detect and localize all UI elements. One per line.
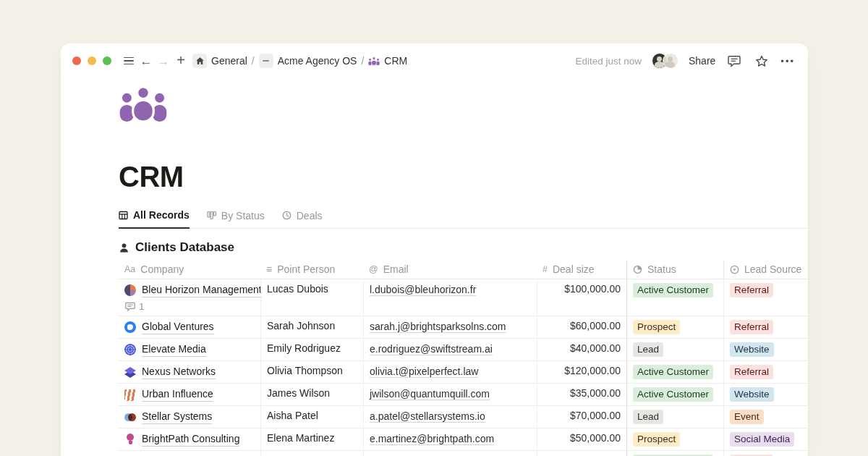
column-header-status[interactable]: Status — [626, 260, 723, 279]
company-link[interactable]: Urban Influence — [142, 387, 213, 402]
company-cell[interactable]: Urban Influence — [119, 384, 260, 405]
status-tag[interactable]: Active Customer — [633, 365, 713, 379]
email-link[interactable]: sarah.j@brightsparksolns.com — [370, 321, 506, 333]
column-header-company[interactable]: Aa Company — [119, 260, 260, 279]
lead-source-tag[interactable]: Website — [730, 342, 774, 357]
breadcrumb-item-crm[interactable]: CRM — [384, 55, 407, 67]
company-link[interactable]: Bleu Horizon Management — [142, 283, 262, 297]
email-link[interactable]: l.dubois@bleuhorizon.fr — [370, 284, 476, 296]
column-header-point-person[interactable]: ≡ Point Person — [260, 260, 363, 279]
company-link[interactable]: Global Ventures — [142, 320, 214, 334]
column-header-lead-source[interactable]: Lead Source — [723, 260, 808, 279]
point-person-cell[interactable]: Jenn Whitmore — [260, 451, 363, 456]
status-cell[interactable]: Lead — [626, 339, 723, 360]
deal-size-cell[interactable]: $45,000.00 — [537, 451, 626, 456]
lead-source-cell[interactable]: Referral — [723, 451, 808, 456]
deal-size-cell[interactable]: $50,000.00 — [537, 428, 626, 450]
company-cell[interactable]: BrightPath Consulting — [119, 428, 260, 450]
email-cell[interactable]: jenn@vertexinnov.io — [363, 451, 537, 456]
email-link[interactable]: jwilson@quantumquill.com — [370, 388, 490, 400]
deal-size-cell[interactable]: $100,000.00 — [537, 279, 626, 316]
email-cell[interactable]: e.rodriguez@swiftstream.ai — [363, 339, 537, 360]
lead-source-tag[interactable]: Referral — [730, 365, 773, 379]
deal-size-cell[interactable]: $35,000.00 — [537, 384, 626, 405]
forward-button[interactable]: → — [155, 52, 172, 69]
page-title[interactable]: CRM — [119, 161, 808, 193]
tab-by-status[interactable]: By Status — [207, 209, 265, 228]
status-tag[interactable]: Prospect — [633, 432, 680, 447]
status-tag[interactable]: Active Customer — [633, 387, 713, 402]
deal-size-cell[interactable]: $40,000.00 — [537, 339, 626, 360]
breadcrumb-item-acme[interactable]: Acme Agency OS — [278, 55, 357, 67]
close-window-button[interactable] — [72, 56, 81, 65]
lead-source-tag[interactable]: Referral — [730, 320, 773, 334]
email-cell[interactable]: l.dubois@bleuhorizon.fr — [363, 279, 537, 316]
sidebar-menu-button[interactable] — [120, 52, 137, 69]
email-cell[interactable]: olivia.t@pixelperfect.law — [363, 361, 537, 383]
lead-source-cell[interactable]: Website — [723, 384, 808, 405]
minimize-window-button[interactable] — [88, 56, 96, 65]
point-person-cell[interactable]: Aisha Patel — [260, 406, 363, 428]
deal-size-cell[interactable]: $70,000.00 — [537, 406, 626, 428]
column-header-email[interactable]: @ Email — [363, 260, 537, 279]
status-cell[interactable]: Prospect — [626, 316, 723, 338]
deal-size-cell[interactable]: $60,000.00 — [537, 316, 626, 338]
lead-source-cell[interactable]: Social Media — [723, 428, 808, 450]
tab-all-records[interactable]: All Records — [119, 209, 190, 229]
company-link[interactable]: Nexus Networks — [142, 365, 216, 379]
point-person-cell[interactable]: Sarah Johnson — [260, 316, 363, 338]
lead-source-tag[interactable]: Social Media — [730, 432, 794, 447]
email-cell[interactable]: a.patel@stellarsystems.io — [363, 406, 537, 428]
database-title[interactable]: Clients Database — [135, 240, 234, 255]
breadcrumb-home[interactable] — [192, 54, 207, 68]
status-tag[interactable]: Active Customer — [633, 283, 713, 297]
status-cell[interactable]: Lead — [626, 406, 723, 428]
company-cell[interactable]: Nexus Networks — [119, 361, 260, 383]
point-person-cell[interactable]: Elena Martinez — [260, 428, 363, 450]
status-cell[interactable]: Active Customer — [626, 279, 723, 316]
company-link[interactable]: Elevate Media — [142, 342, 206, 357]
favorite-button[interactable] — [753, 52, 770, 69]
company-link[interactable]: BrightPath Consulting — [142, 432, 239, 447]
tab-deals[interactable]: Deals — [282, 209, 323, 228]
lead-source-cell[interactable]: Referral — [723, 361, 808, 383]
share-button[interactable]: Share — [689, 55, 715, 67]
comments-button[interactable] — [726, 52, 743, 69]
company-cell[interactable]: Elevate Media — [119, 339, 260, 360]
status-cell[interactable]: Prospect — [626, 428, 723, 450]
viewer-avatars[interactable] — [652, 53, 678, 69]
new-page-button[interactable]: + — [172, 51, 190, 69]
company-cell[interactable]: Stellar Systems — [119, 406, 260, 428]
status-cell[interactable]: Active Customer — [626, 361, 723, 383]
email-cell[interactable]: sarah.j@brightsparksolns.com — [363, 316, 537, 338]
email-link[interactable]: olivia.t@pixelperfect.law — [370, 366, 478, 378]
column-header-deal-size[interactable]: # Deal size — [537, 260, 626, 279]
lead-source-cell[interactable]: Event — [723, 406, 808, 428]
status-tag[interactable]: Lead — [633, 410, 663, 424]
company-cell[interactable]: Global Ventures — [119, 316, 260, 338]
breadcrumb-workspace-icon[interactable] — [259, 54, 273, 68]
deal-size-cell[interactable]: $120,000.00 — [537, 361, 626, 383]
point-person-cell[interactable]: Emily Rodriguez — [260, 339, 363, 360]
point-person-cell[interactable]: Olivia Thompson — [260, 361, 363, 383]
more-options-button[interactable]: ••• — [780, 56, 795, 67]
email-link[interactable]: e.rodriguez@swiftstream.ai — [370, 343, 493, 355]
point-person-cell[interactable]: Lucas Dubois — [260, 279, 363, 316]
lead-source-tag[interactable]: Referral — [730, 283, 773, 297]
status-cell[interactable]: Active Customer — [626, 451, 723, 456]
status-tag[interactable]: Prospect — [633, 320, 680, 334]
company-cell[interactable]: Vertex Innovations — [119, 451, 260, 456]
email-link[interactable]: e.martinez@brightpath.com — [370, 433, 494, 445]
email-cell[interactable]: jwilson@quantumquill.com — [363, 384, 537, 405]
lead-source-cell[interactable]: Website — [723, 339, 808, 360]
comment-count[interactable]: 1 — [124, 301, 255, 312]
breadcrumb-item-general[interactable]: General — [211, 55, 247, 67]
back-button[interactable]: ← — [137, 52, 155, 69]
people-group-icon[interactable] — [119, 87, 168, 122]
status-tag[interactable]: Lead — [633, 342, 663, 357]
lead-source-cell[interactable]: Referral — [723, 316, 808, 338]
lead-source-cell[interactable]: Referral — [723, 279, 808, 316]
lead-source-tag[interactable]: Event — [730, 410, 764, 424]
zoom-window-button[interactable] — [103, 56, 111, 65]
lead-source-tag[interactable]: Website — [730, 387, 774, 402]
